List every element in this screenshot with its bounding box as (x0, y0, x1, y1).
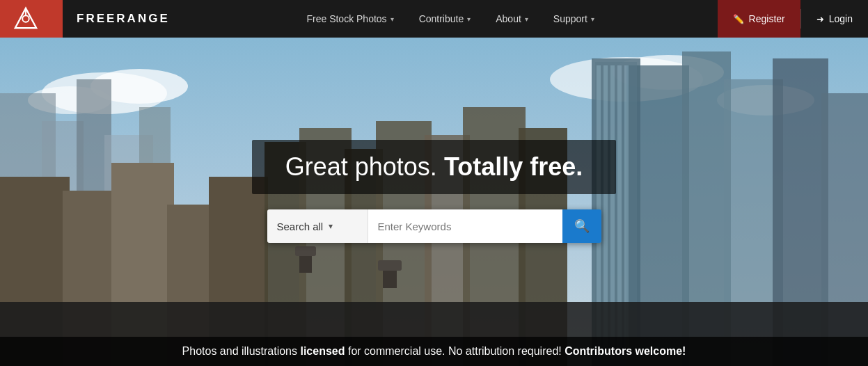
search-category-label: Search all (277, 221, 324, 232)
search-input[interactable] (368, 209, 562, 243)
hero-title-box: Great photos. Totally free. (252, 140, 617, 194)
svg-rect-35 (295, 246, 316, 256)
hero-title: Great photos. Totally free. (285, 152, 583, 182)
search-icon: 🔍 (574, 218, 590, 234)
hero-search-bar: Search all ▾ 🔍 (267, 209, 601, 243)
nav-item-about[interactable]: About ▾ (483, 0, 541, 38)
hero-title-bold: Totally free. (444, 152, 583, 181)
chevron-down-icon: ▾ (591, 15, 594, 23)
footer-text-middle: for commercial use. No attribution requi… (345, 345, 565, 357)
hero-bottom-bar: Photos and illustrations licensed for co… (0, 337, 868, 366)
svg-rect-34 (299, 253, 312, 273)
footer-text-licensed: licensed (300, 345, 345, 357)
search-button[interactable]: 🔍 (562, 209, 601, 243)
brand-name[interactable]: FREERANGE (63, 12, 184, 26)
chevron-down-icon: ▾ (329, 221, 333, 231)
hero-title-plain: Great photos. (285, 152, 444, 181)
pencil-icon: ✏️ (733, 14, 744, 24)
footer-text-plain: Photos and illustrations (182, 345, 301, 357)
nav-item-support[interactable]: Support ▾ (541, 0, 607, 38)
navbar: FREERANGE Free Stock Photos ▾ Contribute… (0, 0, 868, 38)
hero-section: Great photos. Totally free. Search all ▾… (0, 38, 868, 366)
chevron-down-icon: ▾ (390, 15, 394, 23)
nav-menu: Free Stock Photos ▾ Contribute ▾ About ▾… (184, 0, 718, 38)
login-button[interactable]: ➜ Login (801, 0, 868, 38)
nav-item-free-stock-photos[interactable]: Free Stock Photos ▾ (294, 0, 406, 38)
hero-content: Great photos. Totally free. Search all ▾… (252, 140, 617, 243)
search-category-select[interactable]: Search all ▾ (267, 209, 368, 243)
auth-buttons: ✏️ Register ➜ Login (718, 0, 868, 38)
nav-item-contribute[interactable]: Contribute ▾ (407, 0, 484, 38)
freerange-logo-icon (13, 6, 39, 32)
footer-bar-text: Photos and illustrations licensed for co… (182, 345, 686, 357)
logo-container[interactable] (0, 0, 63, 38)
chevron-down-icon: ▾ (467, 15, 471, 23)
nav-label-contribute: Contribute (419, 13, 464, 24)
footer-text-bold: Contributors welcome! (565, 345, 686, 357)
svg-rect-33 (378, 260, 402, 271)
nav-label-about: About (496, 13, 521, 24)
login-icon: ➜ (816, 14, 824, 24)
register-button[interactable]: ✏️ Register (718, 0, 800, 38)
login-label: Login (829, 13, 853, 24)
register-label: Register (749, 13, 785, 24)
nav-label-support: Support (553, 13, 587, 24)
svg-point-1 (22, 15, 29, 22)
chevron-down-icon: ▾ (525, 15, 528, 23)
nav-label-free-stock-photos: Free Stock Photos (306, 13, 386, 24)
